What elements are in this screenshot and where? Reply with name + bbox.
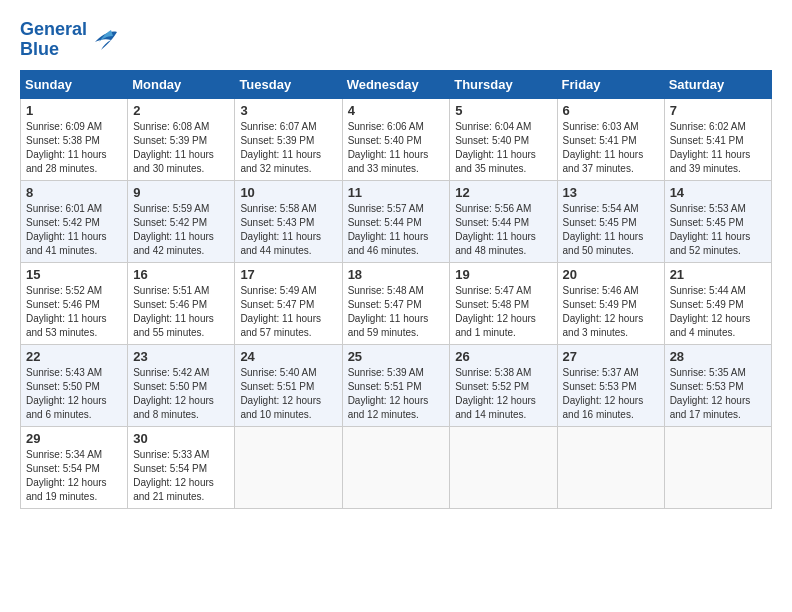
calendar-cell: 18Sunrise: 5:48 AM Sunset: 5:47 PM Dayli…: [342, 262, 450, 344]
day-info: Sunrise: 6:01 AM Sunset: 5:42 PM Dayligh…: [26, 202, 122, 258]
column-header-thursday: Thursday: [450, 70, 557, 98]
calendar-cell: 14Sunrise: 5:53 AM Sunset: 5:45 PM Dayli…: [664, 180, 771, 262]
column-header-saturday: Saturday: [664, 70, 771, 98]
calendar-cell: [235, 426, 342, 508]
day-info: Sunrise: 6:06 AM Sunset: 5:40 PM Dayligh…: [348, 120, 445, 176]
calendar-cell: 12Sunrise: 5:56 AM Sunset: 5:44 PM Dayli…: [450, 180, 557, 262]
day-number: 15: [26, 267, 122, 282]
calendar-cell: 4Sunrise: 6:06 AM Sunset: 5:40 PM Daylig…: [342, 98, 450, 180]
day-number: 8: [26, 185, 122, 200]
calendar-cell: 27Sunrise: 5:37 AM Sunset: 5:53 PM Dayli…: [557, 344, 664, 426]
calendar-cell: 3Sunrise: 6:07 AM Sunset: 5:39 PM Daylig…: [235, 98, 342, 180]
calendar-cell: 21Sunrise: 5:44 AM Sunset: 5:49 PM Dayli…: [664, 262, 771, 344]
calendar-header-row: SundayMondayTuesdayWednesdayThursdayFrid…: [21, 70, 772, 98]
day-info: Sunrise: 5:33 AM Sunset: 5:54 PM Dayligh…: [133, 448, 229, 504]
logo-text: GeneralBlue: [20, 20, 87, 60]
day-info: Sunrise: 5:48 AM Sunset: 5:47 PM Dayligh…: [348, 284, 445, 340]
day-number: 2: [133, 103, 229, 118]
day-info: Sunrise: 5:40 AM Sunset: 5:51 PM Dayligh…: [240, 366, 336, 422]
day-number: 19: [455, 267, 551, 282]
day-number: 23: [133, 349, 229, 364]
day-info: Sunrise: 6:04 AM Sunset: 5:40 PM Dayligh…: [455, 120, 551, 176]
calendar-cell: 20Sunrise: 5:46 AM Sunset: 5:49 PM Dayli…: [557, 262, 664, 344]
day-info: Sunrise: 5:46 AM Sunset: 5:49 PM Dayligh…: [563, 284, 659, 340]
day-info: Sunrise: 5:35 AM Sunset: 5:53 PM Dayligh…: [670, 366, 766, 422]
calendar-cell: 23Sunrise: 5:42 AM Sunset: 5:50 PM Dayli…: [128, 344, 235, 426]
day-number: 24: [240, 349, 336, 364]
calendar-cell: 9Sunrise: 5:59 AM Sunset: 5:42 PM Daylig…: [128, 180, 235, 262]
calendar-cell: 5Sunrise: 6:04 AM Sunset: 5:40 PM Daylig…: [450, 98, 557, 180]
page-header: GeneralBlue: [20, 20, 772, 60]
day-info: Sunrise: 5:43 AM Sunset: 5:50 PM Dayligh…: [26, 366, 122, 422]
calendar-cell: [664, 426, 771, 508]
calendar-cell: 11Sunrise: 5:57 AM Sunset: 5:44 PM Dayli…: [342, 180, 450, 262]
day-number: 11: [348, 185, 445, 200]
day-number: 9: [133, 185, 229, 200]
calendar-cell: 13Sunrise: 5:54 AM Sunset: 5:45 PM Dayli…: [557, 180, 664, 262]
day-number: 12: [455, 185, 551, 200]
day-number: 1: [26, 103, 122, 118]
day-info: Sunrise: 5:56 AM Sunset: 5:44 PM Dayligh…: [455, 202, 551, 258]
day-number: 30: [133, 431, 229, 446]
column-header-sunday: Sunday: [21, 70, 128, 98]
day-info: Sunrise: 5:58 AM Sunset: 5:43 PM Dayligh…: [240, 202, 336, 258]
calendar-cell: 25Sunrise: 5:39 AM Sunset: 5:51 PM Dayli…: [342, 344, 450, 426]
calendar-week-row: 15Sunrise: 5:52 AM Sunset: 5:46 PM Dayli…: [21, 262, 772, 344]
day-info: Sunrise: 5:52 AM Sunset: 5:46 PM Dayligh…: [26, 284, 122, 340]
column-header-friday: Friday: [557, 70, 664, 98]
calendar-cell: [342, 426, 450, 508]
day-info: Sunrise: 5:51 AM Sunset: 5:46 PM Dayligh…: [133, 284, 229, 340]
calendar-cell: 30Sunrise: 5:33 AM Sunset: 5:54 PM Dayli…: [128, 426, 235, 508]
day-number: 20: [563, 267, 659, 282]
day-number: 3: [240, 103, 336, 118]
column-header-tuesday: Tuesday: [235, 70, 342, 98]
calendar-cell: 28Sunrise: 5:35 AM Sunset: 5:53 PM Dayli…: [664, 344, 771, 426]
calendar-cell: 15Sunrise: 5:52 AM Sunset: 5:46 PM Dayli…: [21, 262, 128, 344]
day-info: Sunrise: 5:39 AM Sunset: 5:51 PM Dayligh…: [348, 366, 445, 422]
day-info: Sunrise: 6:02 AM Sunset: 5:41 PM Dayligh…: [670, 120, 766, 176]
day-info: Sunrise: 5:42 AM Sunset: 5:50 PM Dayligh…: [133, 366, 229, 422]
calendar-cell: 2Sunrise: 6:08 AM Sunset: 5:39 PM Daylig…: [128, 98, 235, 180]
calendar-cell: 17Sunrise: 5:49 AM Sunset: 5:47 PM Dayli…: [235, 262, 342, 344]
day-info: Sunrise: 6:07 AM Sunset: 5:39 PM Dayligh…: [240, 120, 336, 176]
day-number: 26: [455, 349, 551, 364]
day-info: Sunrise: 5:37 AM Sunset: 5:53 PM Dayligh…: [563, 366, 659, 422]
calendar-week-row: 22Sunrise: 5:43 AM Sunset: 5:50 PM Dayli…: [21, 344, 772, 426]
day-number: 16: [133, 267, 229, 282]
day-number: 27: [563, 349, 659, 364]
day-number: 14: [670, 185, 766, 200]
calendar-week-row: 8Sunrise: 6:01 AM Sunset: 5:42 PM Daylig…: [21, 180, 772, 262]
calendar-cell: [450, 426, 557, 508]
calendar-cell: 16Sunrise: 5:51 AM Sunset: 5:46 PM Dayli…: [128, 262, 235, 344]
day-number: 4: [348, 103, 445, 118]
day-info: Sunrise: 6:03 AM Sunset: 5:41 PM Dayligh…: [563, 120, 659, 176]
logo: GeneralBlue: [20, 20, 119, 60]
calendar-cell: 10Sunrise: 5:58 AM Sunset: 5:43 PM Dayli…: [235, 180, 342, 262]
day-number: 22: [26, 349, 122, 364]
day-number: 21: [670, 267, 766, 282]
day-number: 7: [670, 103, 766, 118]
day-number: 29: [26, 431, 122, 446]
calendar-cell: 7Sunrise: 6:02 AM Sunset: 5:41 PM Daylig…: [664, 98, 771, 180]
day-number: 28: [670, 349, 766, 364]
day-info: Sunrise: 5:44 AM Sunset: 5:49 PM Dayligh…: [670, 284, 766, 340]
calendar-cell: 8Sunrise: 6:01 AM Sunset: 5:42 PM Daylig…: [21, 180, 128, 262]
day-info: Sunrise: 5:47 AM Sunset: 5:48 PM Dayligh…: [455, 284, 551, 340]
calendar-cell: 24Sunrise: 5:40 AM Sunset: 5:51 PM Dayli…: [235, 344, 342, 426]
calendar-table: SundayMondayTuesdayWednesdayThursdayFrid…: [20, 70, 772, 509]
day-number: 5: [455, 103, 551, 118]
calendar-cell: 22Sunrise: 5:43 AM Sunset: 5:50 PM Dayli…: [21, 344, 128, 426]
day-info: Sunrise: 5:49 AM Sunset: 5:47 PM Dayligh…: [240, 284, 336, 340]
day-info: Sunrise: 5:38 AM Sunset: 5:52 PM Dayligh…: [455, 366, 551, 422]
day-number: 13: [563, 185, 659, 200]
calendar-cell: 29Sunrise: 5:34 AM Sunset: 5:54 PM Dayli…: [21, 426, 128, 508]
column-header-wednesday: Wednesday: [342, 70, 450, 98]
calendar-cell: [557, 426, 664, 508]
day-info: Sunrise: 5:57 AM Sunset: 5:44 PM Dayligh…: [348, 202, 445, 258]
day-number: 25: [348, 349, 445, 364]
logo-bird-icon: [89, 28, 119, 52]
calendar-cell: 1Sunrise: 6:09 AM Sunset: 5:38 PM Daylig…: [21, 98, 128, 180]
day-info: Sunrise: 6:09 AM Sunset: 5:38 PM Dayligh…: [26, 120, 122, 176]
day-info: Sunrise: 5:59 AM Sunset: 5:42 PM Dayligh…: [133, 202, 229, 258]
calendar-cell: 19Sunrise: 5:47 AM Sunset: 5:48 PM Dayli…: [450, 262, 557, 344]
